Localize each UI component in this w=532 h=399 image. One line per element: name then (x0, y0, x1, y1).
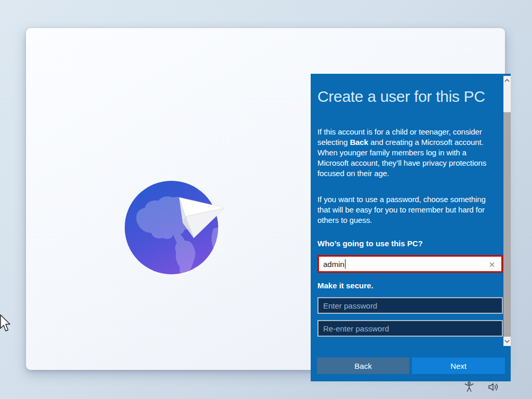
chevron-up-icon (504, 79, 510, 82)
scrollbar-thumb[interactable] (503, 85, 511, 112)
create-user-dialog: Create a user for this PC If this accoun… (311, 74, 511, 381)
password-input[interactable] (317, 297, 503, 314)
scroll-up-button[interactable] (503, 76, 511, 85)
mouse-cursor (0, 314, 13, 334)
username-label: Who’s going to use this PC? (317, 239, 423, 248)
scrollbar[interactable] (503, 76, 511, 346)
scrollbar-track[interactable] (503, 112, 511, 337)
globe-illustration (122, 174, 231, 283)
back-button[interactable]: Back (317, 357, 409, 374)
chevron-down-icon (504, 340, 510, 343)
dialog-title: Create a user for this PC (317, 88, 499, 105)
username-input[interactable]: admin × (317, 255, 503, 273)
volume-icon[interactable] (487, 381, 501, 393)
ease-of-access-icon[interactable] (463, 381, 475, 393)
password-hint-paragraph: If you want to use a password, choose so… (317, 194, 499, 225)
text-caret (345, 259, 346, 269)
setup-card: Create a user for this PC If this accoun… (26, 28, 505, 370)
reenter-password-input[interactable] (317, 320, 503, 337)
secure-label: Make it secure. (317, 281, 374, 290)
username-value: admin (323, 260, 344, 269)
globe-paper-plane-icon (122, 174, 231, 283)
intro-paragraph: If this account is for a child or teenag… (317, 127, 499, 179)
next-button[interactable]: Next (412, 357, 505, 374)
clear-icon[interactable]: × (486, 257, 498, 271)
scroll-down-button[interactable] (503, 337, 511, 346)
